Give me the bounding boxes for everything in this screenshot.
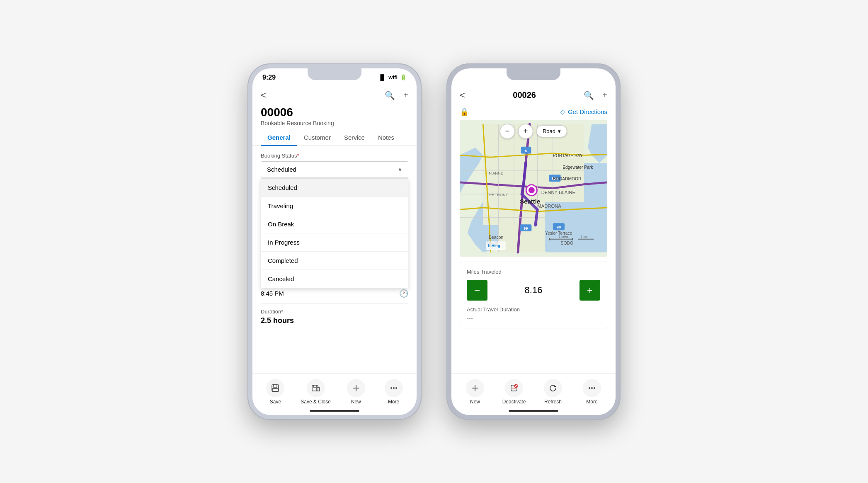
svg-text:5: 5 bbox=[525, 148, 527, 153]
record-id-left: 00006 bbox=[261, 106, 408, 119]
save-label: Save bbox=[270, 399, 281, 405]
record-id-right: 00026 bbox=[513, 90, 536, 100]
right-phone-screen: < 00026 🔍 + 🔒 ◇ Get Directions bbox=[451, 68, 616, 415]
more-label-right: More bbox=[586, 399, 597, 405]
nav-actions: 🔍 + bbox=[385, 90, 408, 100]
svg-point-9 bbox=[395, 387, 397, 389]
svg-rect-41 bbox=[549, 238, 572, 239]
right-nav-bar: < 00026 🔍 + bbox=[451, 87, 616, 104]
miles-section: Miles Traveled − 8.16 + Actual Travel Du… bbox=[460, 262, 607, 328]
svg-text:90: 90 bbox=[557, 225, 561, 229]
map-controls: − + Road ▾ bbox=[500, 124, 567, 139]
miles-decrease-button[interactable]: − bbox=[467, 280, 487, 301]
save-close-button[interactable]: Save & Close bbox=[301, 379, 331, 405]
map-container: 5 520 99 90 PORTAGE BAY Edgewater Park B… bbox=[460, 120, 607, 257]
svg-rect-0 bbox=[272, 385, 279, 391]
lock-icon: 🔒 bbox=[460, 107, 469, 117]
svg-text:Beacon: Beacon bbox=[489, 235, 503, 239]
more-icon-left bbox=[385, 379, 403, 397]
dropdown-item-in-progress[interactable]: In Progress bbox=[261, 233, 408, 252]
save-icon bbox=[266, 379, 284, 397]
svg-rect-2 bbox=[272, 388, 278, 391]
dropdown-item-on-break[interactable]: On Break bbox=[261, 215, 408, 233]
notch-right bbox=[507, 68, 560, 80]
add-icon[interactable]: + bbox=[403, 90, 408, 100]
tab-notes[interactable]: Notes bbox=[371, 130, 401, 146]
actual-travel-value: --- bbox=[467, 314, 600, 321]
dropdown-item-scheduled[interactable]: Scheduled bbox=[261, 179, 408, 197]
save-button[interactable]: Save bbox=[263, 379, 288, 405]
deactivate-label: Deactivate bbox=[502, 399, 526, 405]
back-button[interactable]: < bbox=[261, 90, 266, 101]
save-close-icon bbox=[307, 379, 325, 397]
map-type-chevron: ▾ bbox=[558, 128, 561, 134]
title-area: 00006 Bookable Resource Booking bbox=[252, 104, 417, 130]
dropdown-item-completed[interactable]: Completed bbox=[261, 252, 408, 270]
more-label-left: More bbox=[388, 399, 399, 405]
booking-status-label: Booking Status* bbox=[261, 153, 408, 159]
svg-text:N ANNE: N ANNE bbox=[489, 171, 503, 175]
duration-value: 2.5 hours bbox=[261, 316, 408, 325]
search-icon-right[interactable]: 🔍 bbox=[584, 90, 594, 100]
search-icon[interactable]: 🔍 bbox=[385, 90, 395, 100]
new-label-left: New bbox=[351, 399, 361, 405]
svg-point-7 bbox=[390, 387, 392, 389]
miles-increase-button[interactable]: + bbox=[579, 280, 600, 301]
miles-control: − 8.16 + bbox=[467, 280, 600, 301]
svg-rect-45 bbox=[578, 238, 594, 239]
home-indicator-left bbox=[310, 410, 359, 412]
directions-icon: ◇ bbox=[560, 108, 565, 116]
wifi-icon: wifi bbox=[388, 74, 398, 80]
back-button-right[interactable]: < bbox=[460, 90, 465, 101]
more-button-left[interactable]: More bbox=[381, 379, 406, 405]
svg-point-57 bbox=[594, 387, 595, 389]
scene: 9:29 ▐▌ wifi 🔋 < 🔍 + 00006 Bookable Reso… bbox=[0, 0, 868, 483]
dropdown-item-canceled[interactable]: Canceled bbox=[261, 270, 408, 288]
status-icons: ▐▌ wifi 🔋 bbox=[378, 74, 407, 80]
right-phone: < 00026 🔍 + 🔒 ◇ Get Directions bbox=[446, 63, 621, 420]
deactivate-button[interactable]: Deactivate bbox=[502, 379, 526, 405]
booking-status-dropdown[interactable]: Scheduled ∨ Scheduled Traveling On Break… bbox=[261, 161, 408, 177]
new-label-right: New bbox=[470, 399, 480, 405]
duration-label: Duration* bbox=[261, 308, 408, 315]
record-subtitle: Bookable Resource Booking bbox=[261, 120, 408, 126]
clock-icon: 🕐 bbox=[399, 289, 408, 298]
tab-general[interactable]: General bbox=[261, 130, 297, 146]
dropdown-trigger[interactable]: Scheduled ∨ bbox=[261, 161, 408, 177]
tab-customer[interactable]: Customer bbox=[297, 130, 337, 146]
actual-travel-label: Actual Travel Duration bbox=[467, 306, 600, 313]
svg-text:b Bing: b Bing bbox=[488, 244, 500, 248]
svg-text:BROADMOOR: BROADMOOR bbox=[553, 177, 582, 181]
svg-text:Edgewater Park: Edgewater Park bbox=[563, 165, 593, 170]
left-nav-bar: < 🔍 + bbox=[252, 87, 417, 104]
bottom-toolbar-right: New Deactivate bbox=[451, 374, 616, 415]
map-type-button[interactable]: Road ▾ bbox=[536, 125, 567, 137]
status-time: 9:29 bbox=[262, 74, 276, 81]
svg-text:DENNY BLAINE: DENNY BLAINE bbox=[541, 190, 576, 195]
svg-rect-43 bbox=[572, 238, 573, 240]
new-button-right[interactable]: New bbox=[463, 379, 487, 405]
get-directions-button[interactable]: ◇ Get Directions bbox=[560, 108, 607, 116]
dropdown-item-traveling[interactable]: Traveling bbox=[261, 197, 408, 215]
battery-icon: 🔋 bbox=[400, 74, 407, 80]
new-button-left[interactable]: New bbox=[344, 379, 369, 405]
svg-text:Seattle: Seattle bbox=[520, 198, 540, 205]
svg-rect-1 bbox=[274, 385, 277, 387]
right-nav-actions: 🔍 + bbox=[584, 90, 607, 100]
more-icon-right bbox=[583, 379, 601, 397]
svg-point-8 bbox=[393, 387, 395, 389]
svg-text:PORTAGE BAY: PORTAGE BAY bbox=[553, 153, 583, 158]
svg-text:1 km: 1 km bbox=[581, 234, 587, 238]
add-icon-right[interactable]: + bbox=[602, 90, 607, 100]
refresh-button[interactable]: Refresh bbox=[541, 379, 565, 405]
left-phone-screen: 9:29 ▐▌ wifi 🔋 < 🔍 + 00006 Bookable Reso… bbox=[252, 68, 417, 415]
more-button-right[interactable]: More bbox=[579, 379, 604, 405]
svg-point-20 bbox=[529, 187, 535, 193]
new-icon-left bbox=[347, 379, 365, 397]
miles-value: 8.16 bbox=[492, 285, 575, 296]
tab-service[interactable]: Service bbox=[337, 130, 371, 146]
zoom-in-button[interactable]: + bbox=[518, 124, 533, 139]
svg-text:TERFRONT: TERFRONT bbox=[487, 192, 508, 197]
bottom-toolbar-left: Save Save & Close bbox=[252, 374, 417, 415]
zoom-out-button[interactable]: − bbox=[500, 124, 515, 139]
